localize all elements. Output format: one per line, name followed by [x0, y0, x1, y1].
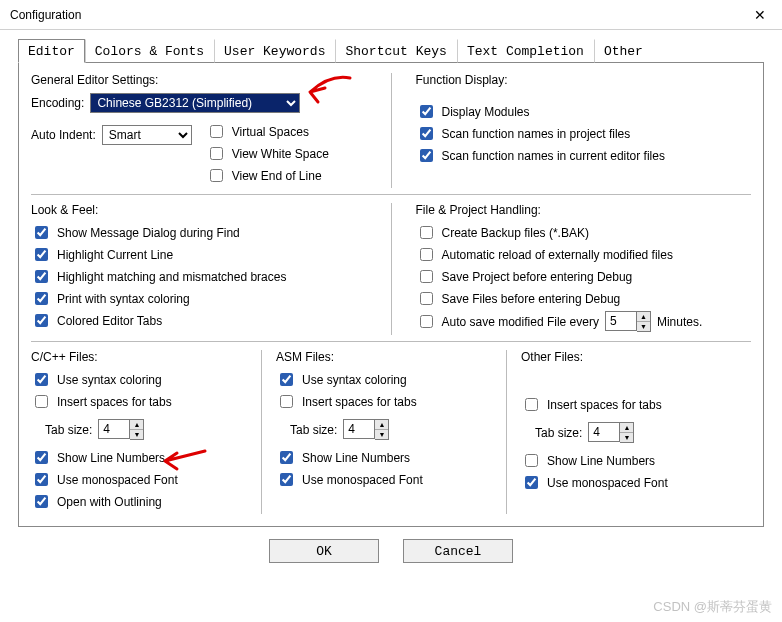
tab-text-completion[interactable]: Text Completion [457, 39, 594, 63]
scan-editor-label: Scan function names in current editor fi… [442, 149, 665, 163]
autosave-input[interactable] [605, 311, 637, 331]
autoreload-label: Automatic reload of externally modified … [442, 248, 673, 262]
ccpp-syntax-check[interactable] [35, 373, 48, 386]
asm-mono-check[interactable] [280, 473, 293, 486]
backup-label: Create Backup files (*.BAK) [442, 226, 589, 240]
hl-line-label: Highlight Current Line [57, 248, 173, 262]
titlebar: Configuration ✕ [0, 0, 782, 30]
ccpp-spaces-label: Insert spaces for tabs [57, 395, 172, 409]
ccpp-mono-label: Use monospaced Font [57, 473, 178, 487]
asm-syntax-label: Use syntax coloring [302, 373, 407, 387]
ccpp-spaces-check[interactable] [35, 395, 48, 408]
colored-tabs-check[interactable] [35, 314, 48, 327]
tab-other[interactable]: Other [594, 39, 653, 63]
display-modules-check[interactable] [420, 105, 433, 118]
ccpp-tab-spinner[interactable]: ▲▼ [98, 419, 144, 440]
colored-tabs-label: Colored Editor Tabs [57, 314, 162, 328]
tab-editor[interactable]: Editor [18, 39, 85, 63]
cancel-button[interactable]: Cancel [403, 539, 513, 563]
tab-strip: Editor Colors & Fonts User Keywords Shor… [18, 38, 764, 63]
other-tab-spinner[interactable]: ▲▼ [588, 422, 634, 443]
func-header: Function Display: [416, 73, 752, 87]
view-eol-check[interactable] [210, 169, 223, 182]
asm-linenums-label: Show Line Numbers [302, 451, 410, 465]
other-linenums-label: Show Line Numbers [547, 454, 655, 468]
spin-up-icon[interactable]: ▲ [130, 420, 143, 430]
view-white-space-label: View White Space [232, 147, 329, 161]
spin-up-icon[interactable]: ▲ [637, 312, 650, 322]
ok-button[interactable]: OK [269, 539, 379, 563]
autoreload-check[interactable] [420, 248, 433, 261]
tab-colors-fonts[interactable]: Colors & Fonts [85, 39, 214, 63]
hl-line-check[interactable] [35, 248, 48, 261]
asm-tab-label: Tab size: [290, 423, 337, 437]
hl-braces-label: Highlight matching and mismatched braces [57, 270, 286, 284]
save-files-check[interactable] [420, 292, 433, 305]
spin-up-icon[interactable]: ▲ [375, 420, 388, 430]
close-icon[interactable]: ✕ [746, 3, 774, 27]
ccpp-group: C/C++ Files: Use syntax coloring Insert … [31, 350, 261, 514]
autosave-spinner[interactable]: ▲▼ [605, 311, 651, 332]
ccpp-tab-input[interactable] [98, 419, 130, 439]
ccpp-tab-label: Tab size: [45, 423, 92, 437]
general-editor-group: General Editor Settings: Encoding: Chine… [31, 73, 367, 188]
show-msg-label: Show Message Dialog during Find [57, 226, 240, 240]
virtual-spaces-check[interactable] [210, 125, 223, 138]
scan-project-check[interactable] [420, 127, 433, 140]
backup-check[interactable] [420, 226, 433, 239]
auto-indent-select[interactable]: Smart [102, 125, 192, 145]
view-eol-label: View End of Line [232, 169, 322, 183]
ccpp-outlining-label: Open with Outlining [57, 495, 162, 509]
general-header: General Editor Settings: [31, 73, 367, 87]
spin-up-icon[interactable]: ▲ [620, 423, 633, 433]
print-syntax-check[interactable] [35, 292, 48, 305]
show-msg-check[interactable] [35, 226, 48, 239]
autosave-unit: Minutes. [657, 315, 702, 329]
other-spaces-check[interactable] [525, 398, 538, 411]
save-proj-check[interactable] [420, 270, 433, 283]
tab-user-keywords[interactable]: User Keywords [214, 39, 335, 63]
spin-down-icon[interactable]: ▼ [375, 430, 388, 439]
autosave-label: Auto save modified File every [442, 315, 599, 329]
ccpp-syntax-label: Use syntax coloring [57, 373, 162, 387]
asm-linenums-check[interactable] [280, 451, 293, 464]
window-title: Configuration [10, 8, 81, 22]
other-mono-label: Use monospaced Font [547, 476, 668, 490]
look-feel-group: Look & Feel: Show Message Dialog during … [31, 203, 367, 335]
ccpp-mono-check[interactable] [35, 473, 48, 486]
asm-group: ASM Files: Use syntax coloring Insert sp… [261, 350, 506, 514]
asm-mono-label: Use monospaced Font [302, 473, 423, 487]
asm-syntax-check[interactable] [280, 373, 293, 386]
display-modules-label: Display Modules [442, 105, 530, 119]
other-header: Other Files: [521, 350, 741, 364]
other-linenums-check[interactable] [525, 454, 538, 467]
autosave-check[interactable] [420, 315, 433, 328]
asm-tab-input[interactable] [343, 419, 375, 439]
print-syntax-label: Print with syntax coloring [57, 292, 190, 306]
other-mono-check[interactable] [525, 476, 538, 489]
spin-down-icon[interactable]: ▼ [620, 433, 633, 442]
asm-tab-spinner[interactable]: ▲▼ [343, 419, 389, 440]
tab-shortcut-keys[interactable]: Shortcut Keys [335, 39, 456, 63]
other-tab-input[interactable] [588, 422, 620, 442]
save-proj-label: Save Project before entering Debug [442, 270, 633, 284]
asm-spaces-check[interactable] [280, 395, 293, 408]
ccpp-linenums-check[interactable] [35, 451, 48, 464]
look-header: Look & Feel: [31, 203, 367, 217]
other-tab-label: Tab size: [535, 426, 582, 440]
encoding-select[interactable]: Chinese GB2312 (Simplified) [90, 93, 300, 113]
asm-header: ASM Files: [276, 350, 496, 364]
hl-braces-check[interactable] [35, 270, 48, 283]
scan-editor-check[interactable] [420, 149, 433, 162]
spin-down-icon[interactable]: ▼ [130, 430, 143, 439]
view-white-space-check[interactable] [210, 147, 223, 160]
fileproj-header: File & Project Handling: [416, 203, 752, 217]
ccpp-header: C/C++ Files: [31, 350, 251, 364]
auto-indent-label: Auto Indent: [31, 128, 96, 142]
ccpp-linenums-label: Show Line Numbers [57, 451, 165, 465]
spin-down-icon[interactable]: ▼ [637, 322, 650, 331]
ccpp-outlining-check[interactable] [35, 495, 48, 508]
asm-spaces-label: Insert spaces for tabs [302, 395, 417, 409]
other-spaces-label: Insert spaces for tabs [547, 398, 662, 412]
encoding-label: Encoding: [31, 96, 84, 110]
